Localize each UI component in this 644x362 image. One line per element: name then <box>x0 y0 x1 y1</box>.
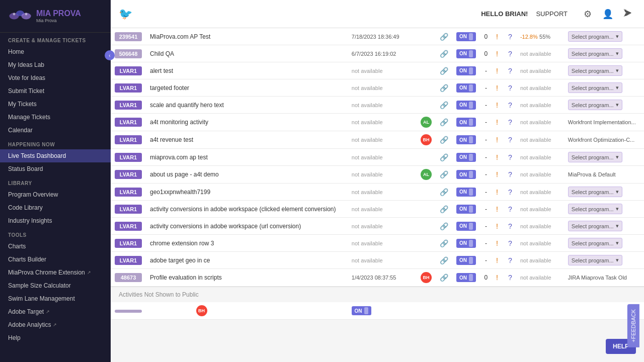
link-icon[interactable]: 🔗 <box>440 222 448 230</box>
help-icon[interactable]: ? <box>508 188 512 196</box>
sidebar-item-sample-size-calculator[interactable]: Sample Size Calculator <box>0 279 111 292</box>
sidebar-item-code-library[interactable]: Code Library <box>0 201 111 214</box>
toggle-on-button[interactable]: ON <box>456 239 476 248</box>
sidebar-item-my-tickets[interactable]: My Tickets <box>0 98 111 111</box>
help-icon[interactable]: ? <box>508 33 512 41</box>
link-icon[interactable]: 🔗 <box>440 67 448 75</box>
table-row: LVAR1 a4t monitoring activity not availa… <box>111 114 644 131</box>
link-icon[interactable]: 🔗 <box>440 101 448 109</box>
toggle-on-button[interactable]: ON <box>456 153 476 162</box>
sidebar-item-manage-tickets[interactable]: Manage Tickets <box>0 111 111 124</box>
activity-badge: 48673 <box>115 273 142 282</box>
sidebar-item-swim-lane-management[interactable]: Swim Lane Management <box>0 292 111 305</box>
program-select[interactable]: Select program... ▾ <box>568 65 622 76</box>
program-select[interactable]: Select program... ▾ <box>568 221 622 231</box>
sidebar-item-home[interactable]: Home <box>0 45 111 58</box>
toggle-on-button[interactable]: ON <box>456 118 476 127</box>
warning-icon: ! <box>496 33 498 41</box>
link-icon[interactable]: 🔗 <box>440 274 448 282</box>
link-icon[interactable]: 🔗 <box>440 239 448 247</box>
sidebar-item-charts-builder[interactable]: Charts Builder <box>0 253 111 266</box>
sidebar-item-industry-insights[interactable]: Industry Insights <box>0 214 111 227</box>
toggle-on-button[interactable]: ON <box>456 66 476 75</box>
help-icon[interactable]: ? <box>508 239 512 247</box>
program-select[interactable]: Select program... ▾ <box>568 48 622 59</box>
help-icon[interactable]: ? <box>508 256 512 264</box>
help-icon[interactable]: ? <box>508 170 512 178</box>
toggle-on-button[interactable]: ON <box>456 256 476 265</box>
sidebar-item-status-board[interactable]: Status Board <box>0 162 111 175</box>
chevron-down-icon: ▾ <box>616 84 619 91</box>
help-icon[interactable]: ? <box>508 153 512 161</box>
sidebar-item-my-ideas-lab[interactable]: My Ideas Lab <box>0 58 111 71</box>
toggle-on-button[interactable]: ON <box>456 101 476 110</box>
program-label: Workfront Optimization-C... <box>568 137 634 143</box>
link-icon[interactable]: 🔗 <box>440 118 448 126</box>
help-icon[interactable]: ? <box>508 118 512 126</box>
avatar: AL <box>421 117 432 128</box>
date-cell: 1/4/2023 08:37:55 <box>352 275 396 281</box>
settings-icon[interactable]: ⚙ <box>580 6 596 22</box>
toggle-on-button[interactable]: ON <box>456 83 476 93</box>
program-select[interactable]: Select program... ▾ <box>568 204 622 214</box>
toggle-on-button[interactable]: ON <box>456 135 476 144</box>
sidebar-item-live-tests-dashboard[interactable]: Live Tests Dashboard <box>0 149 111 162</box>
logout-icon[interactable]: ⮞ <box>620 6 636 22</box>
table-row: LVAR1 geo1xxpnwhealth7199 not available … <box>111 184 644 201</box>
sidebar-item-vote-for-ideas[interactable]: Vote for Ideas <box>0 71 111 84</box>
program-select[interactable]: Select program... ▾ <box>568 31 622 42</box>
toggle-on-button[interactable]: ON <box>456 32 476 41</box>
count-cell: 0 <box>485 33 488 40</box>
feedback-button[interactable]: +FEEDBACK <box>627 304 639 347</box>
help-icon[interactable]: ? <box>508 205 512 213</box>
help-icon[interactable]: ? <box>508 50 512 58</box>
activity-badge: 239541 <box>115 32 142 41</box>
help-icon[interactable]: ? <box>508 222 512 230</box>
sidebar-item-program-overview[interactable]: Program Overview <box>0 188 111 201</box>
program-select[interactable]: Select program... ▾ <box>568 152 622 162</box>
toggle-on-button[interactable]: ON <box>456 188 476 197</box>
sidebar-item-miaprova-chrome-extension[interactable]: MiaProva Chrome Extension↗ <box>0 266 111 279</box>
help-icon[interactable]: ? <box>508 84 512 92</box>
toggle-on-button[interactable]: ON <box>456 170 476 179</box>
program-select[interactable]: Select program... ▾ <box>568 100 622 110</box>
sidebar-collapse-button[interactable]: ‹ <box>105 50 115 60</box>
sidebar-item-calendar[interactable]: Calendar <box>0 124 111 137</box>
program-select[interactable]: Select program... ▾ <box>568 255 622 265</box>
help-icon[interactable]: ? <box>508 101 512 109</box>
activity-name: adobe target geo in ce <box>150 257 210 264</box>
toggle-on[interactable]: ON <box>352 306 371 315</box>
link-icon[interactable]: 🔗 <box>440 153 448 161</box>
sidebar-item-submit-ticket[interactable]: Submit Ticket <box>0 84 111 98</box>
sidebar-item-adobe-analytics[interactable]: Adobe Analytics↗ <box>0 318 111 331</box>
sidebar-item-help[interactable]: Help <box>0 331 111 344</box>
link-icon[interactable]: 🔗 <box>440 136 448 144</box>
program-select[interactable]: Select program... ▾ <box>568 238 622 248</box>
help-icon[interactable]: ? <box>508 274 512 282</box>
warning-icon: ! <box>496 188 498 196</box>
section-label-create: CREATE & MANAGE TICKETS <box>0 33 111 45</box>
header-support-link[interactable]: SUPPORT <box>536 10 568 18</box>
chevron-down-icon: ▾ <box>616 189 619 195</box>
link-icon[interactable]: 🔗 <box>440 33 448 41</box>
toggle-on-button[interactable]: ON <box>456 273 476 282</box>
help-icon[interactable]: ? <box>508 67 512 75</box>
program-select[interactable]: Select program... ▾ <box>568 187 622 197</box>
toggle-on-button[interactable]: ON <box>456 222 476 231</box>
sidebar-item-charts[interactable]: Charts <box>0 240 111 253</box>
link-icon[interactable]: 🔗 <box>440 50 448 58</box>
activity-name: chrome extension row 3 <box>150 240 214 247</box>
toggle-on-button[interactable]: ON <box>456 205 476 214</box>
link-icon[interactable]: 🔗 <box>440 256 448 264</box>
toggle-on-button[interactable]: ON <box>456 49 476 58</box>
link-icon[interactable]: 🔗 <box>440 170 448 178</box>
sidebar-item-adobe-target[interactable]: Adobe Target↗ <box>0 305 111 318</box>
date-cell: 6/7/2023 16:19:02 <box>352 51 396 57</box>
link-icon[interactable]: 🔗 <box>440 205 448 213</box>
user-icon[interactable]: 👤 <box>600 6 616 22</box>
link-icon[interactable]: 🔗 <box>440 188 448 196</box>
link-icon[interactable]: 🔗 <box>440 84 448 92</box>
help-icon[interactable]: ? <box>508 136 512 144</box>
lift-na: not available <box>520 223 551 229</box>
program-select[interactable]: Select program... ▾ <box>568 82 622 93</box>
